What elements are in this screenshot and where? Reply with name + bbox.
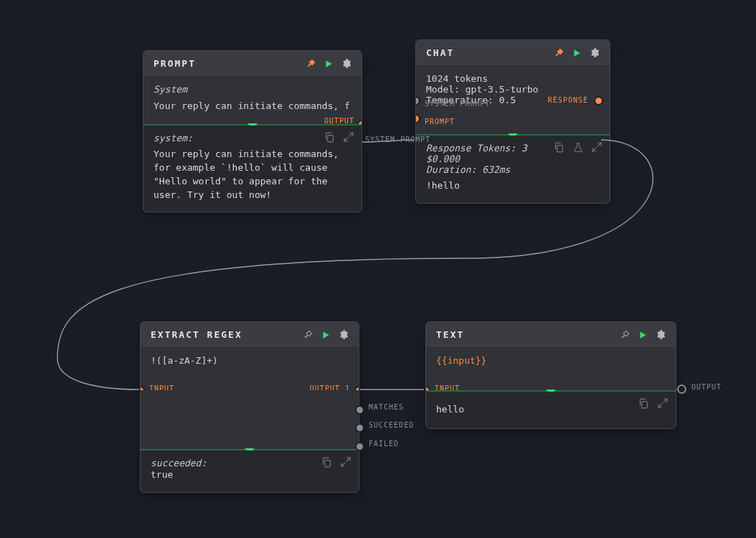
svg-rect-0 (328, 136, 334, 142)
svg-rect-2 (325, 461, 331, 467)
text-template: {{input}} (436, 355, 666, 366)
port-output-label: OUTPUT (691, 383, 722, 391)
result-label: system: (153, 133, 351, 143)
expand-icon[interactable] (591, 141, 603, 154)
port-system-prompt[interactable] (416, 96, 420, 105)
port-input[interactable] (141, 386, 145, 390)
port-response-label: RESPONSE (548, 96, 588, 104)
port-output[interactable] (677, 384, 686, 394)
node-config: System Your reply can initiate commands,… (143, 77, 362, 124)
play-icon[interactable] (323, 59, 334, 69)
play-icon[interactable] (572, 48, 582, 58)
port-output-label: OUTPUT (324, 117, 354, 124)
pin-icon[interactable] (306, 58, 316, 69)
node-result: system: Your reply can initiate commands… (143, 126, 362, 212)
port-succeeded[interactable] (355, 423, 364, 433)
node-text[interactable]: TEXT {{input}} INPUT hello (425, 321, 676, 429)
port-system-prompt-label: SYSTEM PROMPT (425, 100, 490, 108)
port-prompt[interactable] (416, 114, 420, 123)
gear-icon[interactable] (589, 47, 600, 58)
node-chat[interactable]: CHAT 1024 tokens Model: gpt-3.5-turbo Te… (415, 39, 610, 204)
gear-icon[interactable] (341, 58, 351, 69)
node-result: hello (426, 392, 676, 428)
result-label: succeeded: (151, 458, 349, 468)
result-text: !hello (426, 179, 600, 193)
node-result: succeeded: true (141, 450, 359, 492)
port-system-prompt-label-outer: SYSTEM PROMPT (365, 136, 430, 143)
node-prompt[interactable]: PROMPT System Your reply can initiate co… (143, 50, 362, 212)
gear-icon[interactable] (338, 329, 349, 340)
chat-cfg-tokens: 1024 tokens (426, 73, 600, 84)
node-header[interactable]: PROMPT (143, 51, 362, 77)
system-label: System (153, 84, 351, 95)
gear-icon[interactable] (655, 329, 666, 340)
node-header[interactable]: CHAT (416, 40, 610, 66)
port-input[interactable] (426, 386, 430, 390)
node-title: CHAT (426, 47, 454, 58)
expand-icon[interactable] (657, 397, 668, 410)
copy-icon[interactable] (321, 456, 333, 468)
node-config: {{input}} INPUT (426, 348, 676, 390)
prompt-preview: Your reply can initiate commands, f (153, 100, 351, 111)
port-matches-label: MATCHES (369, 403, 404, 411)
node-title: TEXT (436, 329, 464, 340)
svg-rect-1 (557, 146, 563, 152)
node-header-icons (303, 329, 349, 340)
result-icons (638, 397, 668, 410)
port-succeeded-label: SUCCEEDED (369, 421, 414, 429)
chat-cfg-model: Model: gpt-3.5-turbo (426, 84, 600, 95)
copy-icon[interactable] (323, 131, 336, 143)
flow-canvas[interactable]: PROMPT System Your reply can initiate co… (0, 0, 756, 538)
pin-icon[interactable] (303, 329, 313, 340)
resp-cost: $0.000 (426, 154, 600, 164)
node-header-icons (554, 47, 600, 58)
node-title: PROMPT (153, 58, 196, 69)
port-output1[interactable] (354, 386, 359, 390)
resp-dur: Duration: 632ms (426, 164, 600, 175)
port-matches[interactable] (355, 405, 364, 415)
node-header-icons (620, 329, 666, 340)
pin-icon[interactable] (554, 47, 564, 58)
copy-icon[interactable] (553, 141, 565, 154)
expand-icon[interactable] (343, 131, 354, 143)
result-icons (323, 131, 354, 143)
node-config: 1024 tokens Model: gpt-3.5-turbo Tempera… (416, 66, 610, 134)
node-config: !([a-zA-Z]+) INPUT OUTPUT 1 (141, 348, 359, 390)
result-text: hello (436, 403, 666, 417)
play-icon[interactable] (321, 330, 331, 340)
result-icons (553, 141, 603, 154)
result-text: true (151, 468, 349, 482)
node-header[interactable]: TEXT (426, 322, 676, 348)
node-extract-regex[interactable]: EXTRACT REGEX !([a-zA-Z]+) INPUT OUTPUT … (140, 321, 359, 493)
node-title: EXTRACT REGEX (151, 329, 242, 340)
result-icons (321, 456, 351, 468)
result-text: Your reply can initiate commands, for ex… (153, 148, 351, 202)
port-output[interactable] (357, 120, 362, 124)
play-icon[interactable] (638, 330, 648, 340)
port-failed-label: FAILED (369, 440, 399, 448)
node-result: Response Tokens: 3 $0.000 Duration: 632m… (416, 136, 610, 203)
port-input-label: INPUT (149, 384, 174, 390)
expand-icon[interactable] (340, 456, 351, 468)
pin-icon[interactable] (620, 329, 630, 340)
svg-rect-3 (642, 402, 648, 408)
port-failed[interactable] (355, 442, 364, 451)
node-header[interactable]: EXTRACT REGEX (141, 322, 359, 348)
regex-pattern: !([a-zA-Z]+) (151, 355, 349, 366)
node-spacer (141, 390, 359, 449)
port-prompt-label: PROMPT (425, 118, 455, 126)
port-input-label: INPUT (435, 384, 460, 390)
port-output1-label: OUTPUT 1 (310, 384, 350, 390)
copy-icon[interactable] (638, 397, 650, 410)
node-header-icons (306, 58, 351, 69)
flask-icon[interactable] (572, 141, 584, 154)
port-response[interactable] (594, 96, 603, 105)
